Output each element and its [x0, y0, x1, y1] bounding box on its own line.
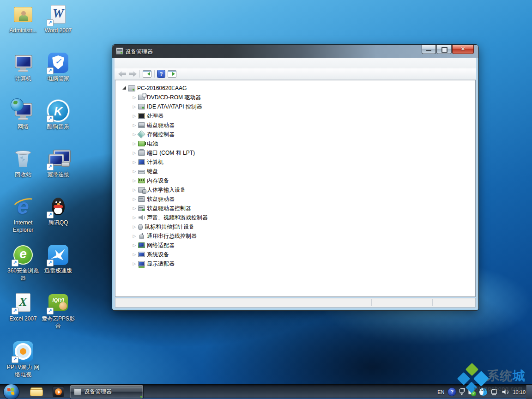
tree-item[interactable]: 鼠标和其他指针设备	[115, 222, 475, 231]
expand-arrow-icon[interactable]	[132, 160, 137, 164]
desktop-icon-label: Word 2007	[41, 27, 76, 35]
computer-icon	[138, 159, 145, 165]
restore-language-bar-icon[interactable]	[459, 389, 464, 393]
desktop-icon[interactable]: ↗ Word 2007	[41, 4, 76, 35]
desktop-icon[interactable]: ↗ 网络	[6, 100, 41, 131]
tree-item[interactable]: 软盘驱动器	[115, 194, 475, 204]
show-desktop-button[interactable]	[526, 385, 532, 399]
device-manager-task-button[interactable]: 设备管理器	[70, 385, 143, 399]
expand-arrow-icon[interactable]	[132, 243, 137, 248]
expand-arrow-icon[interactable]	[132, 178, 137, 183]
desktop-icon[interactable]: ↗ Excel 2007	[6, 292, 41, 323]
desktop-icon[interactable]: ↗ Internet Explorer	[6, 196, 41, 234]
ie-icon	[12, 196, 34, 218]
minimize-button[interactable]	[422, 45, 436, 54]
tree-item[interactable]: 存储控制器	[115, 130, 475, 139]
expand-arrow-icon[interactable]	[132, 123, 137, 127]
expand-arrow-icon[interactable]	[132, 104, 137, 109]
tree-item[interactable]: 端口 (COM 和 LPT)	[115, 148, 475, 157]
expand-arrow-icon[interactable]	[132, 261, 137, 266]
desktop-icon[interactable]: ↗ 酷狗音乐	[41, 100, 76, 131]
floppy-drive-icon	[138, 196, 145, 202]
tree-item[interactable]: 通用串行总线控制器	[115, 231, 475, 241]
collapse-arrow-icon[interactable]	[122, 86, 127, 91]
maximize-button[interactable]	[436, 45, 452, 54]
toolbar: ?	[115, 68, 476, 80]
tree-item[interactable]: 内存设备	[115, 176, 475, 185]
language-indicator[interactable]: EN	[437, 389, 444, 395]
expand-arrow-icon[interactable]	[132, 187, 137, 192]
desktop-icon[interactable]: ↗ Administr...	[6, 4, 41, 35]
tree-item[interactable]: 系统设备	[115, 250, 475, 259]
expand-arrow-icon[interactable]	[132, 132, 137, 137]
tree-item[interactable]: 磁盘驱动器	[115, 121, 475, 130]
explorer-taskbar-icon[interactable]	[30, 386, 42, 397]
expand-arrow-icon[interactable]	[132, 206, 137, 211]
language-bar-options[interactable]	[459, 389, 464, 395]
ime-help-icon[interactable]: ?	[448, 388, 456, 396]
desktop-icon[interactable]: ↗ PPTV聚力 网络电视	[6, 340, 41, 378]
menu-item[interactable]	[131, 61, 139, 64]
expand-arrow-icon[interactable]	[132, 224, 137, 229]
tree-item-label: 软盘驱动器	[147, 195, 175, 203]
watermark-logo-diamond	[457, 372, 470, 385]
tree-item[interactable]: 人体学输入设备	[115, 185, 475, 194]
tree-root-node[interactable]: PC-20160620EAAG	[115, 84, 475, 93]
expand-arrow-icon[interactable]	[132, 215, 137, 220]
desktop-icon[interactable]: ↗ 回收站	[6, 148, 41, 179]
network-tray-icon[interactable]	[491, 389, 498, 395]
desktop-icon[interactable]: ↗ 360安全浏览器	[6, 244, 41, 282]
system-devices-icon	[138, 252, 145, 257]
close-button[interactable]	[452, 45, 474, 54]
options-caret-icon[interactable]	[460, 393, 463, 395]
show-console-tree-button[interactable]	[143, 70, 151, 78]
title-bar[interactable]: 设备管理器	[112, 45, 478, 58]
help-button[interactable]: ?	[157, 70, 165, 78]
expand-arrow-icon[interactable]	[132, 114, 137, 118]
tree-item-label: 电池	[147, 140, 158, 148]
expand-arrow-icon[interactable]	[132, 169, 137, 174]
tree-item-label: 端口 (COM 和 LPT)	[147, 149, 195, 157]
forward-button[interactable]	[129, 71, 137, 77]
expand-arrow-icon[interactable]	[132, 234, 137, 238]
menu-item[interactable]	[116, 61, 124, 64]
desktop-icon[interactable]: ↗ 迅雷极速版	[41, 244, 76, 275]
start-button[interactable]	[4, 384, 19, 399]
desktop-icon[interactable]: ↗ 计算机	[6, 52, 41, 83]
back-button[interactable]	[118, 71, 126, 77]
action-pane-button[interactable]	[168, 70, 176, 78]
tree-item[interactable]: 软盘驱动器控制器	[115, 204, 475, 213]
desktop-icon[interactable]: ↗ 爱奇艺PPS影音	[41, 292, 76, 330]
tree-item-label: 显示适配器	[147, 260, 175, 268]
menu-item[interactable]	[124, 61, 131, 64]
tree-item[interactable]: 声音、视频和游戏控制器	[115, 213, 475, 222]
clock[interactable]: 10:10	[513, 389, 526, 395]
tree-item[interactable]: 处理器	[115, 111, 475, 121]
desktop: ↗ Administr... ↗ Word 2007 ↗ 计算机 ↗ 电脑管家 …	[0, 0, 532, 399]
volume-tray-icon[interactable]	[502, 389, 509, 395]
expand-arrow-icon[interactable]	[132, 141, 137, 146]
expand-arrow-icon[interactable]	[132, 151, 137, 155]
device-manager-window: 设备管理器 ? PC-20160620EAAG	[112, 45, 478, 310]
tree-item[interactable]: 计算机	[115, 157, 475, 167]
expand-arrow-icon[interactable]	[132, 252, 137, 257]
tree-item[interactable]: DVD/CD-ROM 驱动器	[115, 93, 475, 102]
processor-icon	[138, 113, 145, 119]
tree-item[interactable]: 电池	[115, 139, 475, 148]
window-title: 设备管理器	[125, 48, 153, 56]
tree-item-label: 软盘驱动器控制器	[147, 205, 191, 212]
tree-item[interactable]: 显示适配器	[115, 259, 475, 268]
expand-arrow-icon[interactable]	[132, 197, 137, 201]
safely-remove-hardware-icon[interactable]: ✓	[468, 388, 476, 396]
tree-item[interactable]: 键盘	[115, 167, 475, 176]
desktop-icon[interactable]: ↗ 电脑管家	[41, 52, 76, 83]
desktop-icon[interactable]: ↗ 宽带连接	[41, 148, 76, 179]
tree-item[interactable]: 网络适配器	[115, 241, 475, 250]
tree-item[interactable]: IDE ATA/ATAPI 控制器	[115, 102, 475, 111]
antivirus-tray-icon[interactable]	[479, 388, 487, 396]
hid-icon	[138, 187, 145, 193]
menu-item[interactable]	[139, 61, 146, 64]
expand-arrow-icon[interactable]	[132, 95, 137, 100]
desktop-icon[interactable]: ↗ 腾讯QQ	[41, 196, 76, 227]
media-player-taskbar-icon[interactable]	[53, 386, 65, 397]
